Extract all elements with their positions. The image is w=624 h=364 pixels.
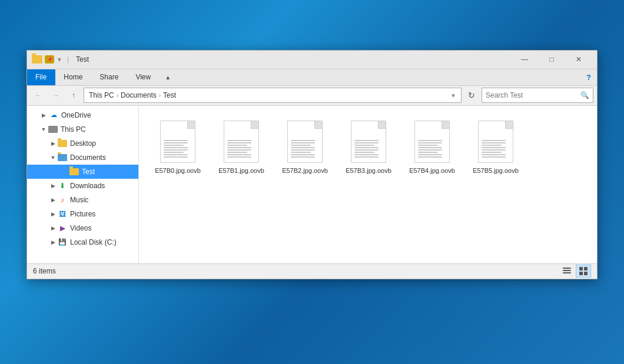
title-bar: 📌 ▼ | Test — □ ✕ xyxy=(27,51,597,69)
chevron-icon: ▶ xyxy=(48,139,58,148)
sidebar-item-music[interactable]: ▶ ♪ Music xyxy=(27,193,138,207)
sidebar-label: Music xyxy=(70,196,136,204)
file-name: E57B0.jpg.oovb xyxy=(155,166,201,175)
folder-icon xyxy=(58,154,67,161)
file-area: E57B0.jpg.oovbE57B1.jpg.oovbE57B2.jpg.oo… xyxy=(139,106,597,263)
path-sep-1: › xyxy=(117,92,118,99)
sidebar-item-downloads[interactable]: ▶ ⬇ Downloads xyxy=(27,179,138,193)
up-button[interactable]: ↑ xyxy=(66,88,81,103)
explorer-window: 📌 ▼ | Test — □ ✕ File Home Share View ▲ … xyxy=(26,50,598,279)
tab-view[interactable]: View xyxy=(127,69,160,85)
sidebar-label: Downloads xyxy=(70,182,136,190)
file-name: E57B2.jpg.oovb xyxy=(282,166,328,175)
sidebar-item-documents[interactable]: ▼ Documents xyxy=(27,151,138,165)
main-area: ▶ ☁ OneDrive ▼ This PC ▶ Desktop ▼ Docum… xyxy=(27,106,597,263)
separator: | xyxy=(67,55,69,64)
file-item[interactable]: E57B5.jpg.oovb xyxy=(466,115,525,180)
file-doc-icon xyxy=(414,121,450,163)
file-doc-icon xyxy=(287,121,323,163)
minimize-button[interactable]: — xyxy=(511,50,538,69)
search-icon[interactable]: 🔍 xyxy=(580,91,589,99)
item-count: 6 items xyxy=(33,267,56,275)
ribbon-collapse-icon[interactable]: ▲ xyxy=(160,69,176,85)
folder-icon xyxy=(58,140,67,147)
address-bar: ← → ↑ This PC › Documents › Test ▼ ↻ 🔍 xyxy=(27,86,597,106)
sidebar-item-local-disk[interactable]: ▶ 💾 Local Disk (C:) xyxy=(27,235,138,249)
file-item[interactable]: E57B2.jpg.oovb xyxy=(276,115,334,180)
videos-icon: ▶ xyxy=(58,224,67,232)
sidebar-label: OneDrive xyxy=(61,111,136,119)
pictures-icon: 🖼 xyxy=(58,210,67,218)
chevron-icon: ▶ xyxy=(39,111,48,120)
window-folder-icon xyxy=(32,55,42,64)
path-sep-2: › xyxy=(159,92,161,99)
file-doc-icon xyxy=(224,121,259,163)
sidebar-label: This PC xyxy=(61,125,136,133)
tab-home[interactable]: Home xyxy=(55,69,91,85)
downloads-icon: ⬇ xyxy=(58,182,67,189)
file-item[interactable]: E57B1.jpg.oovb xyxy=(212,115,271,180)
file-item[interactable]: E57B4.jpg.oovb xyxy=(403,115,462,180)
path-dropdown[interactable]: ▼ xyxy=(450,92,456,99)
chevron-icon: ▶ xyxy=(48,195,58,205)
file-name: E57B5.jpg.oovb xyxy=(473,166,519,175)
chevron-icon: ▶ xyxy=(48,238,58,247)
title-bar-icons: 📌 ▼ | xyxy=(32,55,71,64)
cloud-icon: ☁ xyxy=(48,112,59,119)
file-name: E57B3.jpg.oovb xyxy=(346,166,391,175)
file-doc-icon xyxy=(478,121,513,163)
path-test[interactable]: Test xyxy=(163,91,176,99)
sidebar-item-videos[interactable]: ▶ ▶ Videos xyxy=(27,221,138,235)
file-doc-icon xyxy=(351,121,386,163)
svg-rect-2 xyxy=(563,272,571,273)
sidebar-item-onedrive[interactable]: ▶ ☁ OneDrive xyxy=(27,108,138,122)
sidebar: ▶ ☁ OneDrive ▼ This PC ▶ Desktop ▼ Docum… xyxy=(27,106,139,263)
path-documents[interactable]: Documents xyxy=(121,91,157,99)
music-icon: ♪ xyxy=(58,196,67,203)
close-button[interactable]: ✕ xyxy=(565,50,592,69)
chevron-icon: ▶ xyxy=(48,223,58,233)
file-name: E57B4.jpg.oovb xyxy=(409,166,455,175)
svg-rect-3 xyxy=(579,267,583,271)
chevron-icon: ▼ xyxy=(48,153,58,162)
folder-icon xyxy=(69,168,79,175)
svg-rect-6 xyxy=(584,272,588,275)
details-view-button[interactable] xyxy=(559,265,575,278)
back-button[interactable]: ← xyxy=(31,88,46,103)
chevron-icon: ▼ xyxy=(39,125,48,134)
sidebar-item-test[interactable]: Test xyxy=(27,165,138,179)
forward-button[interactable]: → xyxy=(48,88,64,103)
file-name: E57B1.jpg.oovb xyxy=(218,166,264,175)
sidebar-label: Pictures xyxy=(70,210,136,218)
sidebar-item-pictures[interactable]: ▶ 🖼 Pictures xyxy=(27,207,138,221)
chevron-icon: ▶ xyxy=(48,209,58,219)
window-title: Test xyxy=(76,55,511,64)
refresh-button[interactable]: ↻ xyxy=(464,88,479,103)
chevron-icon xyxy=(58,167,67,176)
window-controls: — □ ✕ xyxy=(511,50,592,69)
search-input[interactable] xyxy=(486,91,578,99)
sidebar-label: Desktop xyxy=(70,139,136,148)
sidebar-label: Videos xyxy=(70,224,136,232)
status-bar: 6 items xyxy=(27,263,597,279)
ribbon-tabs: File Home Share View ▲ ? xyxy=(27,69,597,86)
dropdown-arrow: ▼ xyxy=(57,56,62,63)
path-this-pc[interactable]: This PC xyxy=(89,91,114,99)
drive-icon: 💾 xyxy=(58,238,67,246)
file-item[interactable]: E57B0.jpg.oovb xyxy=(148,115,207,180)
sidebar-item-desktop[interactable]: ▶ Desktop xyxy=(27,136,138,151)
help-icon[interactable]: ? xyxy=(580,69,597,85)
address-path[interactable]: This PC › Documents › Test ▼ xyxy=(84,88,462,103)
search-box[interactable]: 🔍 xyxy=(482,88,593,103)
large-icons-view-button[interactable] xyxy=(576,265,591,278)
file-item[interactable]: E57B3.jpg.oovb xyxy=(339,115,398,180)
sidebar-item-this-pc[interactable]: ▼ This PC xyxy=(27,122,138,136)
svg-rect-4 xyxy=(584,267,588,271)
sidebar-label: Documents xyxy=(70,153,136,162)
sidebar-label: Test xyxy=(82,168,136,176)
tab-share[interactable]: Share xyxy=(91,69,127,85)
view-controls xyxy=(559,265,591,278)
svg-rect-5 xyxy=(579,272,583,275)
maximize-button[interactable]: □ xyxy=(538,50,565,69)
tab-file[interactable]: File xyxy=(27,69,55,85)
